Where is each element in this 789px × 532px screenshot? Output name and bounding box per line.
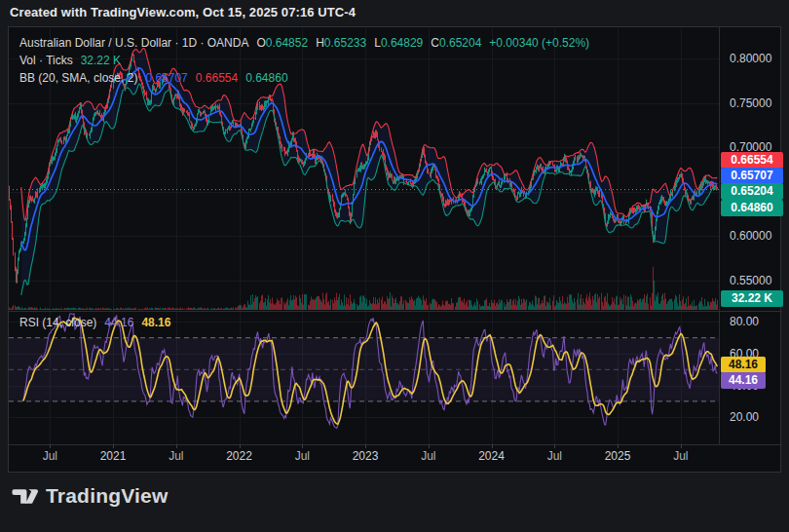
ohlc-open: O0.64852 xyxy=(256,36,308,50)
rsi-label: RSI (14, close) xyxy=(19,316,96,329)
tradingview-logo-icon xyxy=(12,485,39,508)
time-axis-label: Jul xyxy=(673,450,688,462)
rsi-axis-tick: 20.00 xyxy=(730,411,788,423)
rsi-axis-badge: 48.16 xyxy=(721,357,766,373)
price-axis-badge: 32.22 K xyxy=(721,290,783,307)
price-axis-tick: 0.55000 xyxy=(730,275,788,286)
time-axis-label: Jul xyxy=(169,450,183,462)
bb-label: BB (20, SMA, close, 2) xyxy=(19,71,137,85)
time-axis-label: Jul xyxy=(421,450,435,462)
time-axis-label: 2025 xyxy=(605,450,631,462)
rsi-axis-badge: 44.16 xyxy=(721,372,766,389)
rsi-value: 44.16 xyxy=(104,316,133,329)
bb-lower-value: 0.64860 xyxy=(245,71,287,85)
time-axis-label: 2022 xyxy=(226,450,252,462)
price-axis-badge: 0.65204 xyxy=(721,183,783,200)
tradingview-snapshot: { "attribution": "Created with TradingVi… xyxy=(0,0,789,532)
volume-value: 32.22 K xyxy=(81,54,121,67)
symbol-title: Australian Dollar / U.S. Dollar · 1D · O… xyxy=(19,36,248,50)
time-axis-label: Jul xyxy=(547,450,562,462)
time-axis-label: 2021 xyxy=(100,450,127,462)
rsi-axis-tick: 80.00 xyxy=(730,316,788,327)
chart-canvas[interactable] xyxy=(9,27,782,474)
price-axis-tick: 0.60000 xyxy=(730,230,788,242)
time-axis-label: 2023 xyxy=(353,450,379,462)
chart-widget[interactable]: Australian Dollar / U.S. Dollar · 1D · O… xyxy=(8,26,781,473)
price-axis-badge: 0.66554 xyxy=(721,152,783,169)
change-value: +0.00340 (+0.52%) xyxy=(489,36,589,50)
attribution-text: Created with TradingView.com, Oct 15, 20… xyxy=(10,5,356,19)
ohlc-low: L0.64829 xyxy=(374,36,423,50)
bb-basis-value: 0.65707 xyxy=(145,71,187,85)
price-axis-badge: 0.64860 xyxy=(721,200,783,216)
bb-upper-value: 0.66554 xyxy=(196,71,238,85)
ohlc-close: C0.65204 xyxy=(431,36,481,50)
time-axis-label: Jul xyxy=(43,450,57,462)
ohlc-high: H0.65233 xyxy=(316,36,366,50)
price-axis-badge: 0.65707 xyxy=(721,168,783,184)
time-axis-label: 2024 xyxy=(478,450,505,462)
volume-label: Vol · Ticks xyxy=(19,54,73,67)
tradingview-logo[interactable]: TradingView xyxy=(12,484,169,508)
price-axis-tick: 0.75000 xyxy=(730,97,788,109)
rsi-ma-value: 48.16 xyxy=(141,316,170,329)
symbol-legend: Australian Dollar / U.S. Dollar · 1D · O… xyxy=(19,36,589,50)
price-axis-tick: 0.80000 xyxy=(730,53,788,64)
time-axis-label: Jul xyxy=(295,450,310,462)
bb-legend: BB (20, SMA, close, 2) 0.65707 0.66554 0… xyxy=(19,71,288,85)
volume-legend: Vol · Ticks 32.22 K xyxy=(19,54,121,67)
rsi-legend: RSI (14, close) 44.16 48.16 xyxy=(19,316,170,329)
attribution-bar: Created with TradingView.com, Oct 15, 20… xyxy=(0,0,789,26)
tradingview-logo-text: TradingView xyxy=(46,484,169,508)
